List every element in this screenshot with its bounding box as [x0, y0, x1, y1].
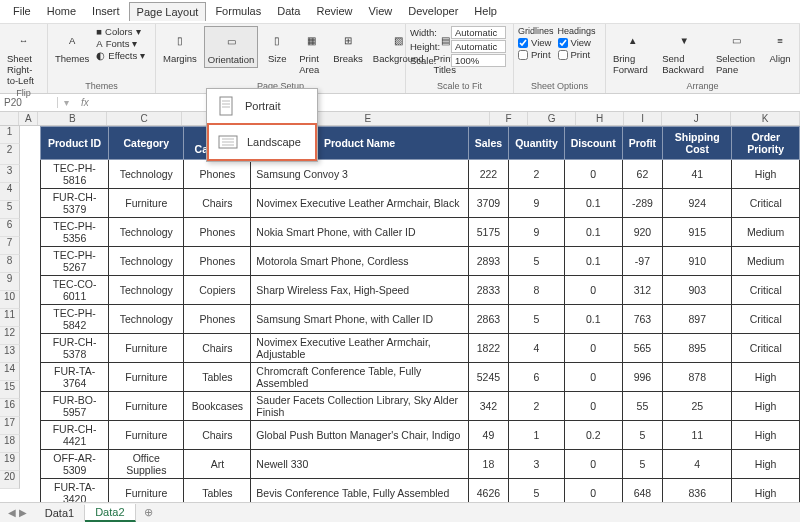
cell[interactable]: Chairs: [184, 421, 251, 450]
cell[interactable]: 3: [509, 450, 565, 479]
sheet-tab-data2[interactable]: Data2: [85, 504, 135, 522]
cell[interactable]: High: [732, 450, 800, 479]
cell[interactable]: Art: [184, 450, 251, 479]
print-area-button[interactable]: ▦Print Area: [296, 26, 326, 77]
cell[interactable]: 11: [663, 421, 732, 450]
cell[interactable]: High: [732, 392, 800, 421]
cell[interactable]: Chairs: [184, 334, 251, 363]
cell[interactable]: -97: [622, 247, 662, 276]
cell[interactable]: Technology: [109, 305, 184, 334]
row-header-14[interactable]: 14: [0, 363, 20, 381]
row-header-18[interactable]: 18: [0, 435, 20, 453]
align-button[interactable]: ≡Align: [765, 26, 795, 66]
row-header-8[interactable]: 8: [0, 255, 20, 273]
colors-button[interactable]: ■ Colors ▾: [96, 26, 145, 37]
col-shipping-cost[interactable]: Shipping Cost: [663, 127, 732, 160]
cell[interactable]: High: [732, 160, 800, 189]
bring-forward-button[interactable]: ▲Bring Forward: [610, 26, 655, 77]
col-header-J[interactable]: J: [662, 112, 731, 125]
col-profit[interactable]: Profit: [622, 127, 662, 160]
cell[interactable]: 8: [509, 276, 565, 305]
cell[interactable]: 9: [509, 218, 565, 247]
col-header-K[interactable]: K: [731, 112, 800, 125]
cell[interactable]: Office Supplies: [109, 450, 184, 479]
menu-home[interactable]: Home: [40, 2, 83, 21]
cell[interactable]: 5175: [468, 218, 508, 247]
cell[interactable]: TEC-CO-6011: [41, 276, 109, 305]
cell[interactable]: TEC-PH-5267: [41, 247, 109, 276]
col-quantity[interactable]: Quantity: [509, 127, 565, 160]
cell[interactable]: 0: [564, 450, 622, 479]
cell[interactable]: 895: [663, 334, 732, 363]
cell[interactable]: FUR-TA-3764: [41, 363, 109, 392]
orientation-portrait[interactable]: Portrait: [207, 89, 317, 123]
cell[interactable]: 41: [663, 160, 732, 189]
headings-print-check[interactable]: Print: [558, 49, 596, 60]
col-header-B[interactable]: B: [38, 112, 107, 125]
cell[interactable]: 903: [663, 276, 732, 305]
cell[interactable]: TEC-PH-5356: [41, 218, 109, 247]
menu-developer[interactable]: Developer: [401, 2, 465, 21]
cell[interactable]: 1822: [468, 334, 508, 363]
cell[interactable]: 0.2: [564, 421, 622, 450]
col-header-F[interactable]: F: [490, 112, 528, 125]
cell[interactable]: Furniture: [109, 421, 184, 450]
menu-file[interactable]: File: [6, 2, 38, 21]
col-header-I[interactable]: I: [624, 112, 662, 125]
cell[interactable]: Phones: [184, 160, 251, 189]
row-header-15[interactable]: 15: [0, 381, 20, 399]
breaks-button[interactable]: ⊞Breaks: [330, 26, 366, 66]
cell[interactable]: Technology: [109, 218, 184, 247]
cell[interactable]: Samsung Smart Phone, with Caller ID: [251, 305, 468, 334]
cell[interactable]: -289: [622, 189, 662, 218]
cell[interactable]: Novimex Executive Leather Armchair, Adju…: [251, 334, 468, 363]
cell[interactable]: Samsung Convoy 3: [251, 160, 468, 189]
cell[interactable]: 924: [663, 189, 732, 218]
cell[interactable]: Technology: [109, 247, 184, 276]
cell[interactable]: 2: [509, 160, 565, 189]
cell[interactable]: 5: [622, 421, 662, 450]
cell[interactable]: 996: [622, 363, 662, 392]
row-header-4[interactable]: 4: [0, 183, 20, 201]
cell[interactable]: Technology: [109, 276, 184, 305]
row-header-2[interactable]: 2: [0, 144, 20, 165]
themes-button[interactable]: AThemes: [52, 26, 92, 66]
cell[interactable]: 3709: [468, 189, 508, 218]
cell[interactable]: Furniture: [109, 363, 184, 392]
name-box[interactable]: P20: [0, 97, 58, 108]
cell[interactable]: 897: [663, 305, 732, 334]
row-header-13[interactable]: 13: [0, 345, 20, 363]
headings-view-check[interactable]: View: [558, 37, 596, 48]
cell[interactable]: 0.1: [564, 247, 622, 276]
row-header-12[interactable]: 12: [0, 327, 20, 345]
cell[interactable]: 5: [622, 450, 662, 479]
menu-review[interactable]: Review: [309, 2, 359, 21]
sheet-tab-data1[interactable]: Data1: [35, 505, 85, 521]
row-header-20[interactable]: 20: [0, 471, 20, 489]
menu-data[interactable]: Data: [270, 2, 307, 21]
col-header-A[interactable]: A: [19, 112, 38, 125]
cell[interactable]: 55: [622, 392, 662, 421]
cell[interactable]: 920: [622, 218, 662, 247]
margins-button[interactable]: ▯Margins: [160, 26, 200, 66]
cell[interactable]: 49: [468, 421, 508, 450]
fx-icon[interactable]: fx: [75, 97, 95, 108]
table-row[interactable]: TEC-PH-5842TechnologyPhonesSamsung Smart…: [41, 305, 800, 334]
cell[interactable]: Bookcases: [184, 392, 251, 421]
cell[interactable]: 5: [509, 305, 565, 334]
cell[interactable]: Copiers: [184, 276, 251, 305]
cell[interactable]: 2893: [468, 247, 508, 276]
cell[interactable]: 878: [663, 363, 732, 392]
cell[interactable]: FUR-CH-5378: [41, 334, 109, 363]
cell[interactable]: 763: [622, 305, 662, 334]
cell[interactable]: 0: [564, 276, 622, 305]
cell[interactable]: 0: [564, 334, 622, 363]
col-header-H[interactable]: H: [576, 112, 624, 125]
cell[interactable]: 2833: [468, 276, 508, 305]
cell[interactable]: 222: [468, 160, 508, 189]
scale-input[interactable]: 100%: [451, 54, 506, 67]
sheet-rtl-button[interactable]: ↔Sheet Right- to-Left: [4, 26, 43, 88]
send-backward-button[interactable]: ▼Send Backward: [659, 26, 709, 77]
row-header-10[interactable]: 10: [0, 291, 20, 309]
col-category[interactable]: Category: [109, 127, 184, 160]
